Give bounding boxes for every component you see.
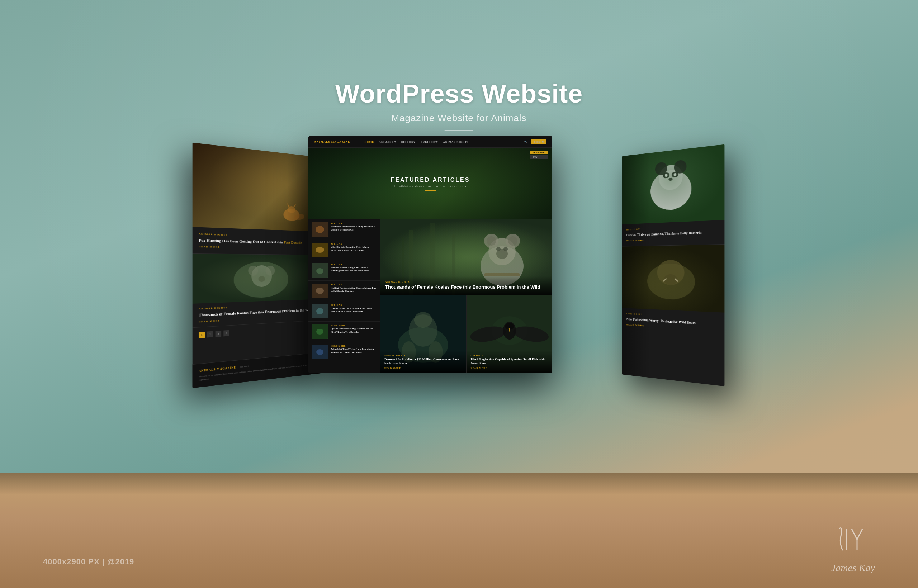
featured-koala-bg: ANIMAL RIGHTS Thousands of Female Koalas… (380, 220, 552, 295)
panda-svg (622, 144, 724, 225)
svg-point-59 (672, 171, 679, 178)
sidebar-title-2: Why Did this Beautiful Tiger Mama Reject… (331, 246, 376, 252)
featured-title-block: FEATURED ARTICLES Breathtaking stories f… (391, 177, 470, 191)
fox-article-title: Fox Hunting Has Been Getting Out of Cont… (199, 237, 318, 246)
sidebar-article-info-3: AFRICAN Painted Wolves Caught on Camera … (331, 263, 376, 278)
svg-point-44 (414, 312, 432, 328)
bottom-read-more-1[interactable]: READ MORE (385, 367, 462, 369)
page-btn-3[interactable]: 3 (215, 331, 221, 337)
sidebar-tag-5: AFRICAN (331, 304, 376, 306)
page-title-section: WordPress Website Magazine Website for A… (335, 79, 583, 131)
bottom-overlay-2: CURIOSITY Black Eagles Are Capable of Sp… (467, 351, 553, 373)
svg-point-65 (657, 260, 684, 285)
svg-rect-5 (192, 254, 323, 304)
sidebar-thumb-7 (312, 345, 328, 359)
svg-point-29 (506, 234, 520, 248)
svg-point-33 (496, 247, 501, 251)
svg-point-18 (316, 288, 324, 294)
sidebar-article-4: AFRICAN Habitat Fragmentation Causes Inb… (309, 281, 380, 301)
boar-svg (622, 244, 724, 313)
fox-read-more[interactable]: READ MORE (199, 245, 318, 250)
sidebar-tag-1: AFRICAN (331, 222, 376, 225)
featured-divider (425, 190, 436, 191)
screens-container: ANIMAL RIGHTS Fox Hunting Has Been Getti… (208, 136, 710, 380)
page-divider (444, 130, 474, 131)
bottom-title-2: Black Eagles Are Capable of Spotting Sma… (471, 357, 548, 366)
center-screen: ANIMALS MAGAZINE HOME ANIMALS ▾ BIOLOGY … (309, 136, 552, 373)
nav-search-icon[interactable]: 🔍 (524, 141, 528, 144)
left-screen: ANIMAL RIGHTS Fox Hunting Has Been Getti… (192, 143, 323, 388)
sidebar-tag-6: HERBIVORE (331, 325, 376, 326)
bottom-tag-1: ANIMAL RIGHTS (385, 354, 462, 356)
panda-article-title: Pandas Thrive on Bamboo, Thanks to Belly… (626, 229, 719, 237)
right-panda-image (622, 144, 724, 225)
page-btn-7[interactable]: 7 (223, 330, 229, 336)
svg-point-56 (655, 162, 667, 176)
nav-biology[interactable]: BIOLOGY (401, 141, 415, 144)
svg-point-31 (508, 236, 517, 246)
featured-article-title: Thousands of Female Koalas Face this Eno… (385, 284, 547, 291)
sidebar-title-7: Adorable Clip of Tiger Cubs Learning to … (331, 348, 376, 355)
sidebar-article-5: AFRICAN Hunters May Lure 'Man-Eating' Ti… (309, 301, 380, 321)
bottom-left-info: 4000x2900 PX | @2019 (43, 557, 134, 567)
panda-read-more[interactable]: READ MORE (626, 237, 719, 242)
svg-point-14 (315, 247, 324, 253)
buy-btn[interactable]: BUY (530, 155, 548, 159)
featured-title: FEATURED ARTICLES (391, 177, 470, 183)
svg-line-70 (674, 279, 678, 281)
sidebar-article-3: AFRICAN Painted Wolves Caught on Camera … (309, 260, 380, 281)
signature-svg (832, 522, 875, 557)
sidebar-article-info-1: AFRICAN Adorable, Remorseless Killing Ma… (331, 222, 376, 237)
sidebar-article-1: AFRICAN Adorable, Remorseless Killing Ma… (309, 220, 380, 240)
bottom-read-more-2[interactable]: READ MORE (471, 367, 548, 369)
nav-right: 🔍 LOGIN (524, 139, 546, 144)
svg-rect-53 (622, 144, 724, 225)
surface (0, 473, 918, 588)
sidebar-title-3: Painted Wolves Caught on Camera Hunting … (331, 266, 376, 273)
signature-block: James Kay (831, 522, 875, 573)
page-btn-1[interactable]: 1 (199, 332, 205, 338)
sidebar-article-info-5: AFRICAN Hunters May Lure 'Man-Eating' Ti… (331, 304, 376, 318)
svg-point-10 (258, 276, 265, 282)
featured-subtitle: Breathtaking stories from our fearless e… (391, 185, 470, 188)
bottom-tag-2: CURIOSITY (471, 354, 548, 356)
sidebar-article-7: HERBIVORE Adorable Clip of Tiger Cubs Le… (309, 342, 380, 362)
svg-point-64 (647, 263, 695, 300)
svg-point-20 (316, 308, 323, 315)
nav-animals[interactable]: ANIMALS ▾ (379, 141, 396, 144)
left-koala-image (192, 254, 323, 304)
bottom-article-eagles: CURIOSITY Black Eagles Are Capable of Sp… (467, 295, 553, 373)
svg-point-24 (316, 349, 323, 355)
featured-article-tag: ANIMAL RIGHTS (385, 281, 547, 283)
sidebar-thumb-5 (312, 304, 328, 318)
nav-animal-rights[interactable]: ANIMAL RIGHTS (443, 141, 469, 144)
fox-silhouette (279, 202, 304, 224)
center-content: AFRICAN Adorable, Remorseless Killing Ma… (309, 220, 552, 373)
right-panda-article: BIOLOGY Pandas Thrive on Bamboo, Thanks … (622, 220, 724, 246)
featured-article-info: ANIMAL RIGHTS Thousands of Female Koalas… (380, 276, 552, 295)
svg-marker-3 (293, 204, 296, 207)
nav-home[interactable]: HOME (365, 141, 374, 144)
left-hero-image (192, 143, 323, 232)
svg-point-61 (674, 173, 677, 176)
nav-login-btn[interactable]: LOGIN (532, 139, 546, 144)
nav-curiosity[interactable]: CURIOSITY (421, 141, 438, 144)
svg-marker-2 (287, 203, 289, 207)
sidebar-title-1: Adorable, Remorseless Killing Machine is… (331, 225, 376, 232)
subscribe-btn[interactable]: SUBSCRIBE (530, 150, 548, 154)
sidebar-article-6: HERBIVORE Iguana with Back Fangs Spotted… (309, 321, 380, 342)
right-screen: BIOLOGY Pandas Thrive on Bamboo, Thanks … (622, 144, 724, 386)
svg-point-57 (674, 160, 687, 174)
svg-line-69 (663, 279, 666, 281)
left-footer: ANIMALS MAGAZINE QUOTE Welcome to our co… (192, 352, 323, 388)
sidebar-article-2: AFRICAN Why Did this Beautiful Tiger Mam… (309, 240, 380, 260)
sidebar-thumb-3 (312, 263, 328, 278)
sidebar-title-5: Hunters May Lure 'Man-Eating' Tiger with… (331, 307, 376, 314)
svg-point-22 (316, 329, 323, 334)
left-fox-article: ANIMAL RIGHTS Fox Hunting Has Been Getti… (192, 227, 323, 255)
sidebar-tag-3: AFRICAN (331, 263, 376, 265)
right-boar-article: CURIOSITY New Fukushima Worry: Radioacti… (622, 308, 724, 337)
svg-point-28 (484, 234, 498, 248)
page-btn-2[interactable]: 2 (207, 331, 213, 338)
signature-name: James Kay (831, 562, 875, 573)
